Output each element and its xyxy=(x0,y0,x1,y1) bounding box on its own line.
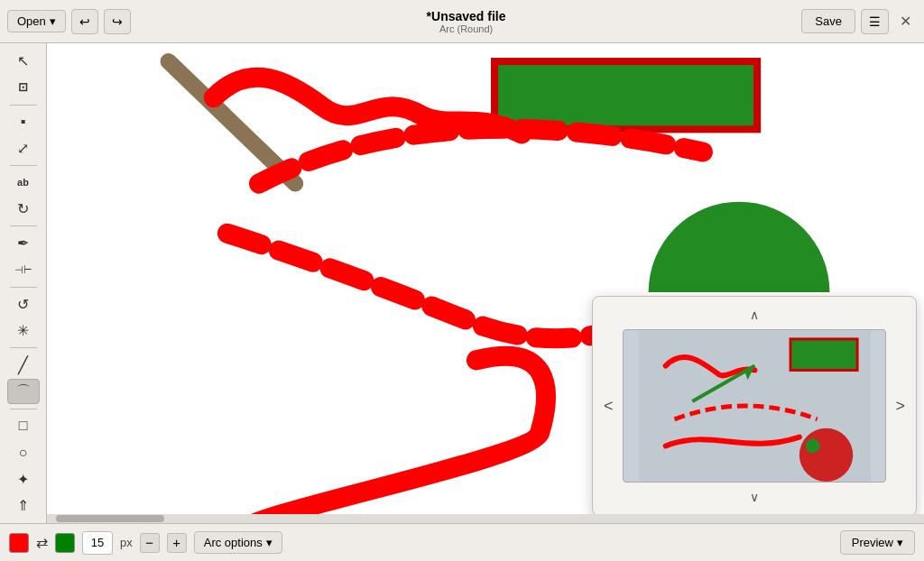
svg-point-6 xyxy=(799,428,852,482)
circle-icon: ○ xyxy=(19,445,28,461)
popup-up-button[interactable]: ∧ xyxy=(593,304,916,326)
sun-tool[interactable]: ✳ xyxy=(7,318,40,343)
arc-options-label: Arc options xyxy=(204,536,263,549)
canvas-scrollbar-thumb[interactable] xyxy=(56,515,164,522)
close-button[interactable]: ✕ xyxy=(894,9,917,33)
fill-color-swatch[interactable] xyxy=(55,533,75,553)
open-label: Open xyxy=(17,14,46,28)
rotate-icon: ↻ xyxy=(17,200,29,217)
toolbar-separator-3 xyxy=(10,225,37,226)
swap-colors-button[interactable]: ⇄ xyxy=(36,534,48,551)
popup-down-button[interactable]: ∨ xyxy=(593,486,916,508)
zoom-tool[interactable]: ⤢ xyxy=(7,136,40,161)
select-icon: ↖ xyxy=(17,52,29,69)
select-tool[interactable]: ↖ xyxy=(7,49,40,73)
arc-options-dropdown-icon: ▾ xyxy=(266,536,273,549)
save-button[interactable]: Save xyxy=(801,9,855,33)
size-input[interactable] xyxy=(82,531,113,555)
toolbar-separator-2 xyxy=(10,165,37,166)
popup-thumbnail xyxy=(623,329,887,483)
size-increase-button[interactable]: + xyxy=(167,533,187,553)
square-tool[interactable]: □ xyxy=(7,414,40,438)
rotate-tool[interactable]: ↻ xyxy=(7,197,40,221)
popup-right-button[interactable]: > xyxy=(892,393,909,419)
crop-tool[interactable]: ⊡ xyxy=(7,75,40,99)
arrow-tool[interactable]: ⇑ xyxy=(7,493,40,518)
undo-button[interactable]: ↩ xyxy=(71,9,98,34)
star-tool[interactable]: ✦ xyxy=(7,466,40,491)
toolbar-separator-1 xyxy=(10,105,37,106)
redo-icon: ↪ xyxy=(112,14,123,29)
preview-label: Preview xyxy=(852,536,893,549)
main-area: ↖ ⊡ ▪ ⤢ ab ↻ ✒ ⊣⊢ ↺ ✳ xyxy=(0,43,924,523)
titlebar-left: Open ▾ ↩ ↪ xyxy=(7,9,131,34)
size-decrease-button[interactable]: − xyxy=(140,533,160,553)
zoom-icon: ⤢ xyxy=(17,140,29,157)
titlebar-center: *Unsaved file Arc (Round) xyxy=(427,9,506,34)
text-tool[interactable]: ab xyxy=(7,170,40,195)
file-title: *Unsaved file xyxy=(427,9,506,23)
open-button[interactable]: Open ▾ xyxy=(7,10,66,32)
redo-button[interactable]: ↪ xyxy=(104,9,131,34)
arrow-icon: ⇑ xyxy=(17,497,29,514)
statusbar: ⇄ px − + Arc options ▾ Preview ▾ xyxy=(0,523,924,561)
eyedropper-icon: ✒ xyxy=(17,235,29,252)
minus-icon: − xyxy=(145,535,153,550)
square-icon: □ xyxy=(19,418,28,434)
line-icon: ╱ xyxy=(18,355,28,375)
popup-panel: ∧ < xyxy=(592,296,917,516)
svg-rect-1 xyxy=(494,61,757,129)
arc-icon: ⌒ xyxy=(16,382,31,401)
circle-tool[interactable]: ○ xyxy=(7,440,40,464)
text-icon: ab xyxy=(17,177,29,188)
line-tool[interactable]: ╱ xyxy=(7,353,40,377)
popup-preview-svg xyxy=(624,330,886,482)
menu-button[interactable]: ☰ xyxy=(861,9,889,34)
unit-label: px xyxy=(120,536,133,549)
preview-button[interactable]: Preview ▾ xyxy=(840,530,915,555)
canvas-scrollbar[interactable] xyxy=(47,514,924,523)
plus-icon: + xyxy=(172,535,180,550)
arc-tool[interactable]: ⌒ xyxy=(7,379,40,404)
stroke-color-swatch[interactable] xyxy=(9,533,29,553)
hamburger-icon: ☰ xyxy=(869,14,881,29)
popup-down-icon: ∨ xyxy=(750,490,759,504)
toolbar-separator-4 xyxy=(10,287,37,288)
file-subtitle: Arc (Round) xyxy=(439,23,493,34)
titlebar-right: Save ☰ ✕ xyxy=(801,9,917,34)
toolbar-separator-6 xyxy=(10,409,37,409)
preview-dropdown-icon: ▾ xyxy=(897,536,903,549)
left-toolbar: ↖ ⊡ ▪ ⤢ ab ↻ ✒ ⊣⊢ ↺ ✳ xyxy=(0,43,47,523)
rect-select-icon: ▪ xyxy=(21,114,26,130)
toolbar-separator-5 xyxy=(10,347,37,348)
transform-icon: ↺ xyxy=(17,296,29,313)
symmetry-icon: ⊣⊢ xyxy=(14,264,32,276)
crop-icon: ⊡ xyxy=(18,80,28,94)
star-icon: ✦ xyxy=(17,471,29,488)
svg-rect-3 xyxy=(790,339,857,371)
popup-content: < xyxy=(593,326,916,486)
popup-left-button[interactable]: < xyxy=(600,393,617,419)
eyedropper-tool[interactable]: ✒ xyxy=(7,231,40,255)
svg-point-7 xyxy=(805,439,819,454)
open-dropdown-icon: ▾ xyxy=(50,14,56,28)
symmetry-tool[interactable]: ⊣⊢ xyxy=(7,258,40,282)
transform-tool[interactable]: ↺ xyxy=(7,292,40,317)
titlebar: Open ▾ ↩ ↪ *Unsaved file Arc (Round) Sav… xyxy=(0,0,924,43)
close-icon: ✕ xyxy=(900,14,911,29)
arc-options-button[interactable]: Arc options ▾ xyxy=(194,531,282,554)
canvas-area[interactable]: ∧ < xyxy=(47,43,924,523)
rect-select-tool[interactable]: ▪ xyxy=(7,109,40,133)
popup-left-icon: < xyxy=(604,397,614,415)
popup-up-icon: ∧ xyxy=(750,308,759,322)
sun-icon: ✳ xyxy=(17,322,29,339)
undo-icon: ↩ xyxy=(79,14,90,29)
swap-icon: ⇄ xyxy=(36,535,48,550)
popup-right-icon: > xyxy=(895,397,905,415)
